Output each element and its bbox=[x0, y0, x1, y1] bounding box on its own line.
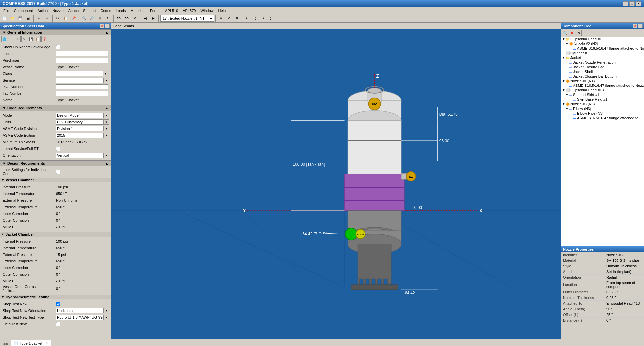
close-button[interactable]: ✕ bbox=[636, 1, 641, 6]
gi-tb-btn3[interactable]: ↓ bbox=[15, 36, 21, 42]
panel-close-button[interactable]: ✕ bbox=[105, 24, 110, 28]
3d-alt-button[interactable]: 3D bbox=[123, 15, 130, 22]
orientation-input[interactable] bbox=[56, 153, 104, 158]
gi-tb-btn4[interactable]: ✕ bbox=[21, 36, 27, 42]
redo-button[interactable]: ↪ bbox=[43, 15, 51, 22]
back-button[interactable]: ◀ bbox=[142, 15, 149, 22]
prev2-button[interactable]: ⟨ bbox=[252, 15, 259, 22]
forward-button[interactable]: ▶ bbox=[150, 15, 157, 22]
gi-tb-btn7[interactable]: ❓ bbox=[41, 36, 47, 42]
minimize-button[interactable]: _ bbox=[623, 1, 628, 6]
tab-close-icon[interactable]: ✕ bbox=[45, 341, 48, 345]
next-button[interactable]: ⟩ bbox=[260, 15, 267, 22]
orientation-dropdown-arrow[interactable]: ▼ bbox=[104, 153, 109, 158]
menu-codes[interactable]: Codes bbox=[99, 8, 113, 13]
hydro-testing-subsection[interactable]: ▼ Hydro/Pneumatic Testing bbox=[0, 295, 111, 299]
tab-type1-jacket[interactable]: 📄 Type 1 Jacket ✕ bbox=[11, 340, 51, 346]
save-button[interactable]: 💾 bbox=[17, 15, 24, 22]
rotate-button[interactable]: ↻ bbox=[104, 15, 112, 22]
copy-button[interactable]: 📋 bbox=[62, 15, 69, 22]
tree-item-ellipsoidal-head-13[interactable]: ▼ ⬜ Ellipsoidal Head #13 bbox=[561, 88, 644, 92]
nav-arrow-left[interactable]: ◀ bbox=[3, 342, 5, 346]
next2-button[interactable]: ⟩⟩ bbox=[268, 15, 275, 22]
gi-tb-btn2[interactable]: ↑ bbox=[8, 36, 14, 42]
class-input[interactable] bbox=[56, 71, 103, 76]
history-dropdown[interactable]: 17 : Edited Nozzle #1 (N1... bbox=[160, 15, 214, 22]
open-button[interactable]: 📁 bbox=[9, 15, 16, 22]
gi-tb-btn6[interactable]: 📋 bbox=[35, 36, 41, 42]
tree-pin-button[interactable]: 📌 bbox=[633, 24, 637, 28]
asme-ed-input[interactable] bbox=[56, 133, 104, 138]
location-input[interactable] bbox=[56, 51, 108, 56]
menu-file[interactable]: File bbox=[1, 8, 11, 13]
field-test-new-checkbox[interactable] bbox=[56, 322, 60, 326]
show-on-report-checkbox[interactable] bbox=[56, 45, 60, 49]
tree-item-jacket-nozzle-pen[interactable]: ▬ Jacket Nozzle Penetration bbox=[561, 60, 644, 65]
tree-close-button[interactable]: ✕ bbox=[638, 24, 643, 28]
tree-item-support-skirt[interactable]: ▼ ▬ Support Skirt #1 bbox=[561, 92, 644, 97]
shop-test-type-input[interactable] bbox=[56, 315, 104, 320]
tree-area[interactable]: ▼ 📁 Ellipsoidal Head #1 ▼ 🔶 Nozzle #2 (N… bbox=[561, 37, 644, 246]
mode-input[interactable] bbox=[56, 113, 104, 118]
delete-mode-button[interactable]: ✕ bbox=[233, 15, 241, 22]
zoom-out-button[interactable]: 🔎 bbox=[88, 15, 96, 22]
undo-button[interactable]: ↩ bbox=[35, 15, 43, 22]
expand-icon[interactable]: ▼ bbox=[565, 93, 569, 96]
3d-scene[interactable]: Z Y X 0.00 bbox=[111, 29, 561, 339]
new-button[interactable]: 📄 bbox=[1, 15, 8, 22]
expand-icon[interactable]: ▼ bbox=[565, 42, 569, 45]
asme-div-dropdown-arrow[interactable]: ▼ bbox=[104, 126, 109, 131]
expand-icon[interactable]: ▼ bbox=[562, 79, 566, 83]
fit-button[interactable]: ⊞ bbox=[96, 15, 104, 22]
tree-item-jacket-closure-bar[interactable]: ▬ Jacket Closure Bar bbox=[561, 65, 644, 69]
shop-test-new-checkbox[interactable] bbox=[56, 302, 60, 306]
tree-item-jacket-closure-bar-bottom[interactable]: ▬ Jacket Closure Bar Bottom bbox=[561, 74, 644, 79]
design-req-section[interactable]: ▼ Design Requirements ▲ bbox=[0, 160, 111, 166]
gi-tb-btn5[interactable]: 💾 bbox=[28, 36, 34, 42]
3d-button[interactable]: 3D bbox=[115, 15, 122, 22]
tree-item-jacket-shell[interactable]: ▬ Jacket Shell bbox=[561, 69, 644, 74]
tag-number-input[interactable] bbox=[56, 91, 108, 96]
panel-pin-button[interactable]: 📌 bbox=[100, 24, 104, 28]
asme-ed-dropdown-arrow[interactable]: ▼ bbox=[104, 133, 109, 138]
general-info-section[interactable]: ▼ General Information ▲ bbox=[0, 29, 111, 35]
service-input[interactable] bbox=[56, 78, 104, 83]
shop-test-orientation-input[interactable] bbox=[56, 308, 104, 313]
tree-item-skirt-base-ring[interactable]: ▬ Skirt Base Ring #1 bbox=[561, 97, 644, 102]
spec-sheet-scroll[interactable]: ▼ General Information ▲ 🌐 ↑ ↓ ✕ 💾 📋 ❓ Sh… bbox=[0, 29, 111, 339]
tree-item-ellipsoidal-head-1[interactable]: ▼ 📁 Ellipsoidal Head #1 bbox=[561, 37, 644, 41]
jacket-chamber-subsection[interactable]: ▼ Jacket Chamber bbox=[0, 232, 111, 237]
tree-item-nozzle-2[interactable]: ▼ 🔶 Nozzle #2 (N2) bbox=[561, 41, 644, 46]
tree-item-flange-n1[interactable]: ▬ ASME B16.5/16.47 flange attached to No… bbox=[561, 83, 644, 88]
menu-window[interactable]: Window bbox=[198, 8, 215, 13]
cross-button[interactable]: ✕ bbox=[131, 15, 138, 22]
purchaser-input[interactable] bbox=[56, 58, 108, 63]
menu-api510[interactable]: API 510 bbox=[163, 8, 180, 13]
expand-icon[interactable]: ▼ bbox=[565, 107, 569, 110]
expand-icon[interactable]: ▼ bbox=[562, 37, 566, 41]
menu-forms[interactable]: Forms bbox=[148, 8, 162, 13]
code-req-section[interactable]: ▼ Code Requirements ▲ bbox=[0, 105, 111, 111]
service-dropdown-arrow[interactable]: ▼ bbox=[104, 78, 109, 83]
menu-materials[interactable]: Materials bbox=[128, 8, 147, 13]
lethal-checkbox[interactable] bbox=[56, 147, 60, 151]
tree-item-elbow-pipe-n3[interactable]: ▬ Elbow Pipe (N3) bbox=[561, 111, 644, 116]
units-input[interactable] bbox=[56, 119, 104, 125]
tree-delete-btn[interactable]: ✕ bbox=[569, 30, 575, 36]
asme-div-input[interactable] bbox=[56, 126, 104, 131]
paste-button[interactable]: 📌 bbox=[70, 15, 77, 22]
po-number-input[interactable] bbox=[56, 84, 108, 89]
menu-help[interactable]: Help bbox=[216, 8, 228, 13]
shop-test-orientation-arrow[interactable]: ▼ bbox=[104, 308, 109, 313]
print-button[interactable]: 🖨 bbox=[25, 15, 32, 22]
tree-refresh-btn[interactable]: ↻ bbox=[576, 30, 582, 36]
viewport[interactable]: Long Seams Z Y X bbox=[111, 23, 561, 339]
nav-arrow-right[interactable]: ▶ bbox=[6, 342, 9, 346]
tree-item-elbow-n3[interactable]: ▼ ▬ Elbow (N3) bbox=[561, 106, 644, 111]
tree-item-flange-n2[interactable]: ▬ ASME B16.5/16.47 flange attached to No… bbox=[561, 46, 644, 51]
check-button[interactable]: ✓ bbox=[225, 15, 233, 22]
tree-item-nozzle-3[interactable]: ▼ 🔶 Nozzle #3 (N3) bbox=[561, 102, 644, 106]
class-dropdown-arrow[interactable]: ▼ bbox=[103, 71, 108, 76]
menu-attach[interactable]: Attach bbox=[66, 8, 80, 13]
menu-component[interactable]: Component bbox=[12, 8, 35, 13]
